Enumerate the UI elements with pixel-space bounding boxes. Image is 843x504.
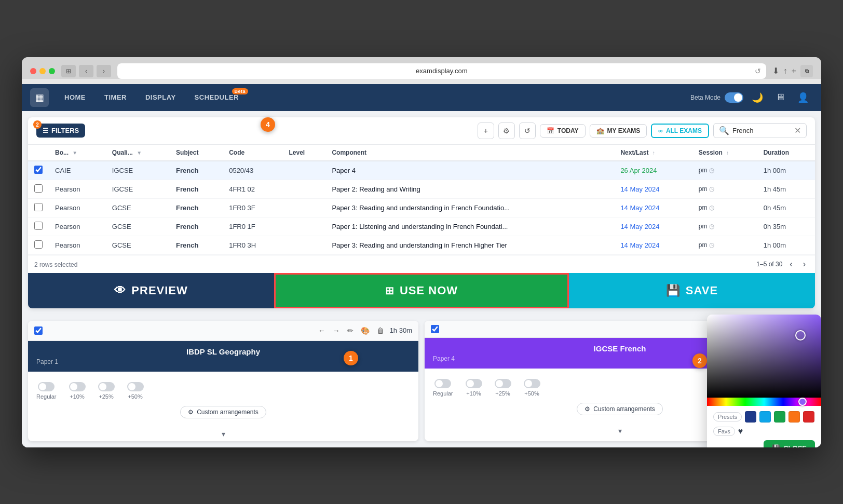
cell-level bbox=[282, 198, 325, 217]
card-prev-btn[interactable]: ← bbox=[317, 325, 327, 336]
toggle-regular-geography[interactable] bbox=[38, 382, 55, 391]
preset-color-red[interactable] bbox=[803, 411, 814, 423]
preset-color-green[interactable] bbox=[774, 411, 785, 423]
color-picker-close-btn[interactable]: 💾 CLOSE bbox=[764, 440, 815, 447]
add-btn[interactable]: + bbox=[478, 122, 494, 139]
address-bar[interactable]: examdisplay.com ↺ bbox=[117, 63, 766, 79]
row-checkbox[interactable] bbox=[34, 240, 43, 249]
toggle-25-french[interactable] bbox=[495, 379, 511, 388]
cell-session: pm ◷ bbox=[692, 161, 757, 180]
next-page-btn[interactable]: › bbox=[800, 258, 809, 270]
cell-date: 14 May 2024 bbox=[614, 236, 692, 254]
user-icon-btn[interactable]: 👤 bbox=[793, 90, 813, 105]
toggle-50-french[interactable] bbox=[524, 379, 540, 388]
presets-label[interactable]: Presets bbox=[713, 412, 742, 421]
expand-btn-geography[interactable]: ▾ bbox=[222, 430, 225, 438]
cell-component: Paper 1: Listening and understanding in … bbox=[325, 217, 614, 236]
prev-page-btn[interactable]: ‹ bbox=[786, 258, 795, 270]
hue-slider[interactable] bbox=[707, 398, 821, 406]
filters-label: FILTERS bbox=[51, 127, 79, 134]
cell-session: pm ◷ bbox=[692, 236, 757, 254]
cell-component: Paper 4 bbox=[325, 161, 614, 180]
browser-chrome: ⊞ ‹ › examdisplay.com ↺ ⬇ ↑ + ⧉ bbox=[22, 57, 821, 79]
my-exams-btn[interactable]: 🏫 MY EXAMS bbox=[590, 124, 647, 138]
time-regular-french: Regular bbox=[433, 379, 453, 397]
nav-home-btn[interactable]: HOME bbox=[57, 90, 93, 104]
share-icon[interactable]: ↑ bbox=[783, 66, 787, 76]
favs-label[interactable]: Favs bbox=[713, 427, 735, 436]
monitor-icon-btn[interactable]: 🖥 bbox=[771, 90, 789, 105]
minimize-traffic-light[interactable] bbox=[39, 68, 46, 74]
browser-layout-btn[interactable]: ⊞ bbox=[61, 65, 76, 77]
maximize-traffic-light[interactable] bbox=[49, 68, 55, 74]
custom-icon: ⚙ bbox=[188, 408, 194, 416]
preset-color-sky[interactable] bbox=[759, 411, 771, 423]
table-row: Pearson GCSE French 1FR0 3F Paper 3: Rea… bbox=[28, 198, 815, 217]
preview-label: PREVIEW bbox=[131, 284, 187, 297]
search-box: 🔍 ✕ bbox=[713, 123, 807, 138]
dark-mode-btn[interactable]: 🌙 bbox=[747, 90, 767, 105]
window-icon[interactable]: ⧉ bbox=[800, 65, 813, 77]
custom-label: Custom arrangements bbox=[197, 408, 259, 416]
nav-logo: ▦ bbox=[30, 88, 49, 107]
today-icon: 📅 bbox=[547, 127, 554, 134]
use-now-label: USE NOW bbox=[400, 284, 458, 297]
row-checkbox[interactable] bbox=[34, 184, 43, 193]
cell-date: 14 May 2024 bbox=[614, 198, 692, 217]
row-checkbox[interactable] bbox=[34, 222, 43, 230]
toggle-10-french[interactable] bbox=[466, 379, 482, 388]
cell-qual: IGCSE bbox=[106, 180, 170, 198]
card-edit-btn[interactable]: ✏ bbox=[346, 325, 355, 336]
table-row: CAIE IGCSE French 0520/43 Paper 4 26 Apr… bbox=[28, 161, 815, 180]
save-btn[interactable]: 💾 SAVE bbox=[569, 273, 815, 308]
preset-color-orange[interactable] bbox=[788, 411, 800, 423]
color-cursor bbox=[795, 330, 806, 340]
download-icon[interactable]: ⬇ bbox=[772, 66, 779, 76]
card-next-btn[interactable]: → bbox=[331, 325, 342, 336]
use-now-btn[interactable]: ⊞ USE NOW bbox=[274, 273, 569, 308]
card-checkbox-french[interactable] bbox=[431, 325, 439, 333]
use-now-icon: ⊞ bbox=[385, 284, 395, 297]
nav-timer-btn[interactable]: TIMER bbox=[97, 90, 134, 104]
card-delete-btn[interactable]: 🗑 bbox=[375, 325, 386, 336]
row-checkbox[interactable] bbox=[34, 203, 43, 211]
search-clear-btn[interactable]: ✕ bbox=[794, 126, 801, 135]
col-code: Code bbox=[223, 145, 282, 161]
preset-color-navy[interactable] bbox=[745, 411, 756, 423]
custom-arrangements-btn-geography[interactable]: ⚙ Custom arrangements bbox=[180, 406, 266, 418]
cell-session: pm ◷ bbox=[692, 198, 757, 217]
refresh-btn[interactable]: ↺ bbox=[519, 122, 536, 139]
nav-display-btn[interactable]: DISPLAY bbox=[138, 90, 183, 104]
settings-btn[interactable]: ⚙ bbox=[498, 122, 515, 139]
cell-qual: GCSE bbox=[106, 236, 170, 254]
preview-btn[interactable]: 👁 PREVIEW bbox=[28, 273, 274, 308]
color-gradient[interactable] bbox=[707, 315, 821, 398]
card-checkbox-geography[interactable] bbox=[34, 326, 43, 335]
browser-back-btn[interactable]: ‹ bbox=[79, 65, 93, 77]
beta-toggle[interactable] bbox=[725, 92, 743, 103]
browser-forward-btn[interactable]: › bbox=[97, 65, 111, 77]
toggle-50-geography[interactable] bbox=[127, 382, 144, 391]
nav-scheduler-btn[interactable]: SCHEDULER Beta bbox=[187, 90, 246, 104]
toggle-25-geography[interactable] bbox=[98, 382, 115, 391]
col-checkbox bbox=[28, 145, 49, 161]
all-exams-btn[interactable]: ∞ ALL EXAMS bbox=[651, 124, 709, 138]
heart-icon[interactable]: ♥ bbox=[738, 427, 743, 436]
expand-btn-french[interactable]: ▾ bbox=[618, 427, 622, 435]
custom-arrangements-btn-french[interactable]: ⚙ Custom arrangements bbox=[577, 403, 663, 415]
cell-board: CAIE bbox=[49, 161, 106, 180]
toggle-10-geography[interactable] bbox=[69, 382, 86, 391]
row-checkbox[interactable] bbox=[34, 166, 43, 174]
search-input[interactable] bbox=[732, 127, 791, 134]
card-time-geography: 1h 30m bbox=[390, 326, 412, 334]
action-bar: 👁 PREVIEW ⊞ USE NOW 💾 SAVE bbox=[28, 273, 815, 308]
toggle-regular-french[interactable] bbox=[434, 379, 451, 388]
new-tab-icon[interactable]: + bbox=[792, 66, 796, 76]
today-btn[interactable]: 📅 TODAY bbox=[540, 124, 586, 138]
card-color-btn[interactable]: 🎨 bbox=[359, 325, 371, 336]
reload-icon[interactable]: ↺ bbox=[755, 67, 761, 75]
filters-btn[interactable]: 2 ☰ FILTERS bbox=[36, 124, 85, 138]
close-traffic-light[interactable] bbox=[30, 68, 36, 74]
cell-subject: French bbox=[170, 161, 223, 180]
cell-date: 14 May 2024 bbox=[614, 180, 692, 198]
